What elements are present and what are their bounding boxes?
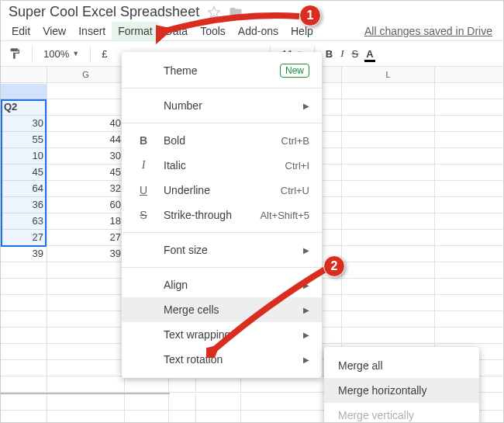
cell[interactable]: [342, 213, 435, 229]
menu-item-theme[interactable]: Theme New: [122, 58, 322, 83]
menu-item-number[interactable]: Number▶: [122, 93, 322, 118]
cell[interactable]: 18: [47, 213, 125, 229]
cell[interactable]: [1, 83, 47, 99]
menu-item-rotation[interactable]: Text rotation▶: [122, 347, 322, 372]
cell[interactable]: 10: [1, 148, 47, 164]
menu-addons[interactable]: Add-ons: [232, 22, 285, 40]
cell[interactable]: [342, 116, 435, 131]
strike-button[interactable]: S: [352, 48, 359, 60]
cell[interactable]: [169, 394, 196, 410]
zoom-dropdown[interactable]: 100%▼: [43, 48, 79, 60]
cell[interactable]: [47, 411, 125, 423]
cell[interactable]: [196, 376, 241, 392]
menu-item-wrap[interactable]: Text wrapping▶: [122, 322, 322, 347]
cell[interactable]: [196, 411, 241, 423]
cell[interactable]: [125, 394, 169, 410]
cell[interactable]: 44: [47, 132, 125, 147]
cell[interactable]: 27: [47, 230, 125, 245]
menu-item-fontsize[interactable]: Font size▶: [122, 238, 322, 262]
cell[interactable]: [47, 328, 125, 343]
cell[interactable]: [342, 295, 435, 310]
cell[interactable]: 39: [47, 246, 125, 262]
cell[interactable]: [196, 394, 241, 410]
menu-view[interactable]: View: [36, 22, 72, 40]
cell[interactable]: [1, 360, 47, 376]
cell[interactable]: 30: [1, 116, 47, 131]
folder-icon[interactable]: [229, 5, 243, 19]
cell[interactable]: [342, 311, 435, 327]
cell[interactable]: 30: [47, 148, 125, 164]
cell[interactable]: [169, 411, 196, 423]
submenu-merge-all[interactable]: Merge all: [324, 353, 479, 378]
cell[interactable]: [125, 411, 169, 423]
menu-tools[interactable]: Tools: [194, 22, 232, 40]
italic-button[interactable]: I: [340, 47, 343, 60]
menu-format[interactable]: Format: [112, 22, 158, 40]
menu-edit[interactable]: Edit: [5, 22, 36, 40]
col-header-g[interactable]: G: [47, 67, 125, 82]
menu-item-italic[interactable]: IItalicCtrl+I: [122, 153, 322, 178]
cell[interactable]: 55: [1, 132, 47, 147]
cell[interactable]: [342, 83, 435, 99]
cell[interactable]: [1, 344, 47, 359]
cell[interactable]: [1, 394, 47, 410]
cell[interactable]: [47, 360, 125, 376]
cell[interactable]: [342, 165, 435, 180]
cell[interactable]: [125, 376, 169, 392]
col-header-l[interactable]: L: [342, 67, 435, 82]
cell[interactable]: 60: [47, 197, 125, 213]
cell[interactable]: [1, 295, 47, 310]
menu-item-strike[interactable]: SStrike-throughAlt+Shift+5: [122, 203, 322, 227]
cell[interactable]: [342, 132, 435, 147]
cell[interactable]: [1, 311, 47, 327]
menu-item-underline[interactable]: UUnderlineCtrl+U: [122, 178, 322, 203]
bold-button[interactable]: B: [326, 48, 333, 60]
cell[interactable]: [47, 295, 125, 310]
menu-item-bold[interactable]: BBoldCtrl+B: [122, 128, 322, 153]
cell[interactable]: [47, 394, 125, 410]
cell[interactable]: [342, 148, 435, 164]
cell[interactable]: Q2: [1, 99, 47, 115]
menu-item-align[interactable]: Align▶: [122, 272, 322, 297]
cell[interactable]: [47, 376, 125, 392]
cell[interactable]: [47, 262, 125, 278]
document-title[interactable]: Super Cool Excel Spreadsheet: [9, 4, 199, 20]
currency-button[interactable]: £: [102, 48, 107, 60]
menu-data[interactable]: Data: [159, 22, 195, 40]
submenu-merge-horizontal[interactable]: Merge horizontally: [324, 378, 479, 403]
cell[interactable]: 32: [47, 181, 125, 196]
text-color-button[interactable]: A: [366, 48, 373, 60]
cell[interactable]: [169, 376, 196, 392]
cell[interactable]: [47, 344, 125, 359]
cell[interactable]: [1, 262, 47, 278]
cell[interactable]: [47, 83, 125, 99]
cell[interactable]: [47, 279, 125, 294]
cell[interactable]: [342, 230, 435, 245]
cell[interactable]: [342, 279, 435, 294]
cell[interactable]: 45: [1, 165, 47, 180]
cell[interactable]: [47, 311, 125, 327]
cell[interactable]: [1, 411, 47, 423]
cell[interactable]: 27: [1, 230, 47, 245]
cell[interactable]: 63: [1, 213, 47, 229]
cell[interactable]: 40: [47, 116, 125, 131]
cell[interactable]: 64: [1, 181, 47, 196]
save-status[interactable]: All changes saved in Drive: [358, 22, 499, 40]
cell[interactable]: [1, 279, 47, 294]
cell[interactable]: [1, 328, 47, 343]
cell[interactable]: [1, 376, 47, 392]
cell[interactable]: [342, 181, 435, 196]
cell[interactable]: [342, 262, 435, 278]
star-icon[interactable]: [207, 5, 221, 19]
paint-format-icon[interactable]: [9, 47, 21, 60]
cell[interactable]: [342, 197, 435, 213]
menu-item-merge[interactable]: Merge cells▶: [122, 297, 322, 322]
cell[interactable]: 39: [1, 246, 47, 262]
cell[interactable]: [342, 246, 435, 262]
cell[interactable]: 45: [47, 165, 125, 180]
cell[interactable]: [47, 99, 125, 115]
cell[interactable]: 36: [1, 197, 47, 213]
cell[interactable]: [342, 328, 435, 343]
menu-insert[interactable]: Insert: [72, 22, 112, 40]
cell[interactable]: [342, 99, 435, 115]
